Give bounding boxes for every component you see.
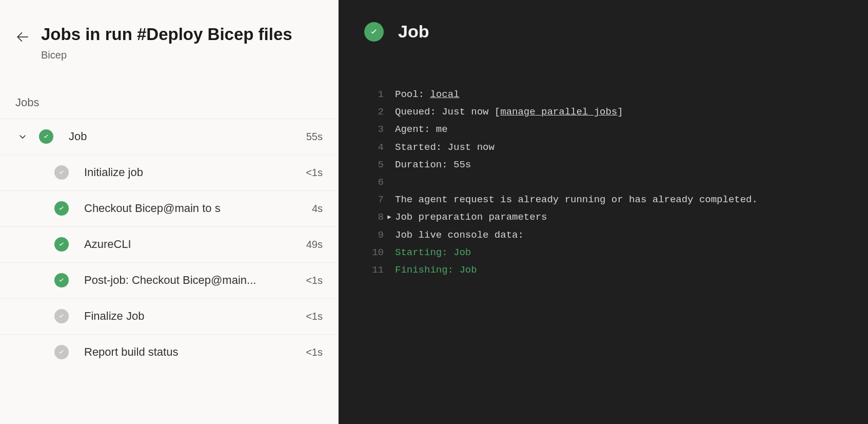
log-line: 10 Starting: Job: [359, 244, 847, 261]
step-name: Checkout Bicep@main to s: [84, 202, 307, 215]
step-row[interactable]: Initialize job <1s: [0, 155, 338, 190]
step-name: Initialize job: [84, 166, 301, 179]
log-line: 5 Duration: 55s: [359, 156, 847, 174]
step-duration: 4s: [312, 203, 323, 215]
step-name: AzureCLI: [84, 238, 301, 251]
page-title: Jobs in run #Deploy Bicep files: [41, 25, 323, 44]
line-number: 8: [359, 208, 384, 226]
log-area: 1 Pool: local 2 Queued: Just now [manage…: [339, 55, 868, 289]
line-number: 4: [359, 139, 384, 156]
step-duration: <1s: [306, 275, 323, 286]
line-number: 3: [359, 121, 384, 138]
success-icon: [364, 22, 384, 42]
log-text: Finishing: Job: [395, 261, 847, 279]
manage-parallel-jobs-link[interactable]: manage parallel jobs: [500, 106, 617, 118]
line-number: 7: [359, 191, 384, 208]
log-text: Started: Just now: [395, 139, 847, 156]
success-icon: [54, 273, 69, 287]
chevron-down-icon[interactable]: [15, 132, 30, 141]
log-text: Pool:: [395, 89, 430, 100]
step-name: Report build status: [84, 345, 301, 359]
log-text: Queued: Just now [: [395, 106, 500, 118]
line-number: 10: [359, 244, 384, 261]
step-row[interactable]: Post-job: Checkout Bicep@main... <1s: [0, 262, 338, 298]
log-line: 3 Agent: me: [359, 121, 847, 138]
line-number: 11: [359, 261, 384, 279]
step-row[interactable]: Finalize Job <1s: [0, 298, 338, 334]
job-row[interactable]: Job 55s: [0, 119, 338, 155]
log-text: Job live console data:: [395, 226, 847, 244]
job-duration: 55s: [306, 131, 323, 143]
left-panel: Jobs in run #Deploy Bicep files Bicep Jo…: [0, 0, 339, 424]
log-line: 11 Finishing: Job: [359, 261, 847, 279]
log-text: Duration: 55s: [395, 156, 847, 174]
log-text: The agent request is already running or …: [395, 191, 847, 208]
log-line: 2 Queued: Just now [manage parallel jobs…: [359, 103, 847, 121]
success-icon: [54, 309, 69, 323]
line-number: 2: [359, 103, 384, 121]
detail-title: Job: [398, 22, 429, 42]
log-line: 9 Job live console data:: [359, 226, 847, 244]
title-block: Jobs in run #Deploy Bicep files Bicep: [41, 25, 323, 61]
line-number: 5: [359, 156, 384, 174]
line-number: 9: [359, 226, 384, 244]
log-text: Starting: Job: [395, 244, 847, 261]
log-line: 8 ▸ Job preparation parameters: [359, 208, 847, 226]
step-duration: <1s: [306, 311, 323, 322]
step-row[interactable]: Report build status <1s: [0, 334, 338, 370]
fold-caret-icon[interactable]: ▸: [384, 208, 395, 226]
log-text: Agent: me: [395, 121, 847, 138]
log-line: 4 Started: Just now: [359, 139, 847, 156]
job-list: Job 55s Initialize job <1s Checkout Bice…: [0, 119, 338, 424]
step-row[interactable]: Checkout Bicep@main to s 4s: [0, 190, 338, 226]
log-line: 7 The agent request is already running o…: [359, 191, 847, 208]
detail-header: Job: [339, 0, 868, 55]
success-icon: [39, 129, 53, 144]
panel-header: Jobs in run #Deploy Bicep files Bicep: [0, 0, 338, 70]
jobs-section-label: Jobs: [0, 70, 338, 119]
step-name: Finalize Job: [84, 310, 301, 323]
job-name: Job: [69, 130, 301, 143]
log-text: ]: [617, 106, 623, 118]
step-duration: <1s: [306, 346, 323, 358]
line-number: 1: [359, 86, 384, 103]
log-text: Job preparation parameters: [395, 208, 847, 226]
success-icon: [54, 165, 69, 180]
success-icon: [54, 237, 69, 252]
success-icon: [54, 345, 69, 359]
success-icon: [54, 201, 69, 216]
log-line: 6: [359, 174, 847, 191]
step-duration: <1s: [306, 167, 323, 179]
back-arrow-icon[interactable]: [15, 30, 30, 44]
right-panel: Job 1 Pool: local 2 Queued: Just now [ma…: [339, 0, 868, 424]
step-row[interactable]: AzureCLI 49s: [0, 226, 338, 262]
step-duration: 49s: [306, 239, 323, 250]
line-number: 6: [359, 174, 384, 191]
pool-link[interactable]: local: [430, 89, 459, 100]
page-subtitle: Bicep: [41, 49, 323, 61]
log-line: 1 Pool: local: [359, 86, 847, 103]
step-name: Post-job: Checkout Bicep@main...: [84, 274, 301, 287]
